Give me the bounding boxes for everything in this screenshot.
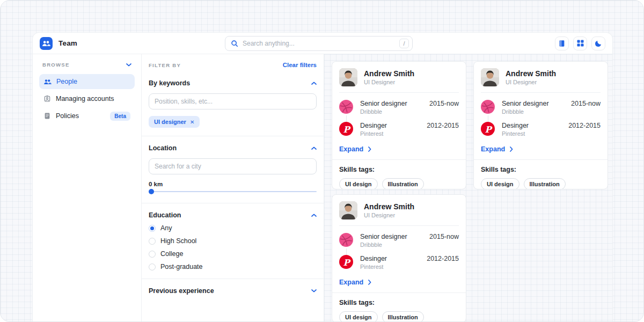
- pinterest-icon: P: [339, 255, 353, 269]
- position-row: P Desinger Pinterest 2012-2015: [481, 122, 601, 137]
- chevron-right-icon: [510, 147, 513, 152]
- card-header: Andrew Smith UI Designer: [481, 68, 601, 93]
- search-icon: [231, 40, 238, 47]
- keywords-title: By keywords: [149, 79, 190, 87]
- avatar: [339, 68, 357, 86]
- app-logo[interactable]: [40, 37, 53, 50]
- beta-badge: Beta: [110, 112, 130, 121]
- radio-unselected: [149, 251, 156, 258]
- sidebar-item-label: Managing accounts: [56, 95, 130, 103]
- slider-track[interactable]: [149, 191, 317, 192]
- id-badge-icon: [43, 95, 51, 103]
- app-body: BROWSE People: [33, 54, 612, 322]
- card-header: Andrew Smith UI Designer: [339, 201, 459, 226]
- experience-title: Previous experience: [149, 287, 214, 295]
- distance-slider[interactable]: [149, 188, 317, 195]
- filter-by-label: FILTER BY: [149, 62, 181, 68]
- positions-list: Senior designer Dribbble 2015-now P: [481, 93, 601, 137]
- chevron-up-icon[interactable]: [311, 82, 317, 85]
- results-area: Andrew Smith UI Designer: [324, 54, 612, 322]
- sidebar-item-people[interactable]: People: [39, 74, 135, 89]
- position-title: Desinger: [502, 122, 529, 129]
- moon-icon: [595, 40, 602, 47]
- pinterest-icon: P: [339, 122, 353, 136]
- app-window: Team /: [33, 33, 612, 322]
- expand-link[interactable]: Expand: [339, 145, 371, 153]
- sidebar-item-policies[interactable]: Policies Beta: [39, 108, 135, 123]
- chevron-up-icon[interactable]: [311, 147, 317, 150]
- location-title: Location: [149, 144, 177, 152]
- skills-tags: UI design Illustration: [339, 178, 459, 189]
- education-option-high-school[interactable]: High School: [149, 237, 317, 245]
- book-icon: [558, 40, 566, 47]
- skill-tag: Illustration: [524, 178, 566, 189]
- chevron-up-icon[interactable]: [311, 214, 317, 217]
- position-period: 2015-now: [429, 233, 459, 240]
- skills-label: Skills tags:: [481, 166, 601, 173]
- skill-tag: UI design: [339, 178, 378, 189]
- position-row: Senior designer Dribbble 2015-now: [481, 100, 601, 115]
- sidebar: BROWSE People: [33, 54, 141, 322]
- filter-panel-header: FILTER BY Clear filters: [149, 62, 317, 68]
- chevron-right-icon: [368, 280, 371, 285]
- expand-link[interactable]: Expand: [481, 145, 513, 153]
- library-button[interactable]: [555, 36, 569, 50]
- grid-icon: [577, 40, 584, 47]
- education-option-college[interactable]: College: [149, 250, 317, 258]
- dark-mode-button[interactable]: [591, 36, 605, 50]
- position-company: Dribbble: [502, 108, 549, 115]
- radio-unselected: [149, 238, 156, 245]
- position-company: Pinterest: [360, 264, 387, 270]
- pinterest-icon: P: [481, 122, 495, 136]
- divider: [332, 292, 466, 293]
- skill-tag: Illustration: [382, 178, 424, 189]
- position-period: 2015-now: [429, 100, 459, 107]
- app-header: Team /: [33, 33, 612, 54]
- person-card: Andrew Smith UI Designer: [332, 61, 466, 189]
- radio-unselected: [149, 264, 156, 270]
- close-icon[interactable]: ✕: [190, 119, 194, 125]
- skill-tag: UI design: [339, 311, 378, 322]
- position-row: Senior designer Dribbble 2015-now: [339, 100, 459, 115]
- person-name: Andrew Smith: [364, 202, 414, 211]
- expand-link[interactable]: Expand: [339, 279, 371, 286]
- clear-filters-link[interactable]: Clear filters: [283, 62, 317, 68]
- experience-section-header[interactable]: Previous experience: [149, 287, 317, 295]
- skills-label: Skills tags:: [339, 299, 459, 306]
- dribbble-icon: [481, 100, 495, 114]
- position-text: Desinger Pinterest: [360, 122, 387, 137]
- position-text: Senior designer Dribbble: [502, 100, 549, 115]
- search-bar[interactable]: /: [225, 36, 413, 51]
- slider-thumb[interactable]: [149, 189, 154, 194]
- position-text: Desinger Pinterest: [502, 122, 529, 137]
- position-company: Dribbble: [360, 241, 407, 248]
- search-input[interactable]: [243, 40, 395, 47]
- city-search-input[interactable]: [149, 158, 317, 174]
- sidebar-item-managing-accounts[interactable]: Managing accounts: [39, 91, 135, 106]
- apps-grid-button[interactable]: [573, 36, 587, 50]
- person-name: Andrew Smith: [506, 69, 556, 78]
- position-title: Senior designer: [360, 233, 407, 240]
- dribbble-icon: [339, 233, 353, 247]
- skills-tags: UI design Illustration: [481, 178, 601, 189]
- search-shortcut-key: /: [399, 39, 409, 48]
- keywords-input[interactable]: [149, 93, 317, 109]
- location-section-header[interactable]: Location: [149, 144, 317, 152]
- chevron-down-icon[interactable]: [311, 289, 317, 292]
- education-section-header[interactable]: Education: [149, 211, 317, 219]
- skill-tag: UI design: [481, 178, 519, 189]
- education-option-any[interactable]: Any: [149, 224, 317, 232]
- people-icon: [43, 79, 52, 85]
- person-role: UI Designer: [506, 79, 556, 85]
- person-name: Andrew Smith: [364, 69, 414, 78]
- chevron-right-icon: [368, 147, 371, 152]
- radio-selected: [149, 225, 156, 232]
- chevron-down-icon[interactable]: [126, 63, 131, 67]
- position-title: Senior designer: [360, 100, 407, 107]
- browse-section-header[interactable]: BROWSE: [39, 62, 135, 68]
- keywords-section-header[interactable]: By keywords: [149, 79, 317, 87]
- position-company: Pinterest: [502, 130, 529, 137]
- keyword-tag[interactable]: UI designer ✕: [149, 116, 200, 128]
- education-option-post-graduate[interactable]: Post-graduate: [149, 263, 317, 270]
- skills-tags: UI design Illustration: [339, 311, 459, 322]
